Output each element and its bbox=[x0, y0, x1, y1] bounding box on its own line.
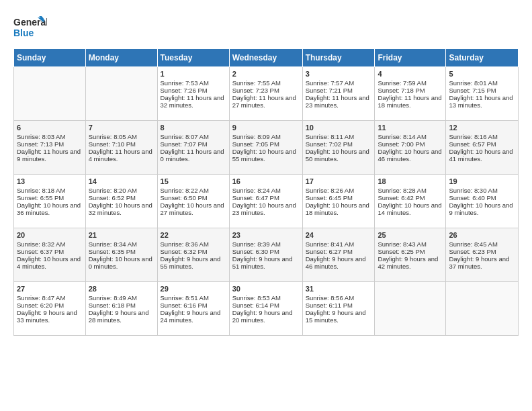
sunset-text: Sunset: 6:37 PM bbox=[17, 248, 83, 255]
sunrise-text: Sunrise: 8:43 AM bbox=[378, 240, 443, 248]
day-cell: 10Sunrise: 8:11 AMSunset: 7:02 PMDayligh… bbox=[302, 121, 375, 175]
sunrise-text: Sunrise: 8:28 AM bbox=[378, 187, 443, 194]
sunrise-text: Sunrise: 8:53 AM bbox=[232, 294, 300, 302]
day-number: 12 bbox=[449, 124, 515, 132]
day-cell: 22Sunrise: 8:36 AMSunset: 6:32 PMDayligh… bbox=[157, 228, 229, 282]
day-number: 28 bbox=[89, 285, 154, 293]
sunrise-text: Sunrise: 8:45 AM bbox=[449, 240, 515, 248]
day-number: 24 bbox=[306, 231, 372, 239]
sunset-text: Sunset: 6:52 PM bbox=[89, 194, 154, 201]
day-number: 19 bbox=[449, 177, 515, 185]
sunset-text: Sunset: 7:15 PM bbox=[449, 87, 515, 94]
day-number: 7 bbox=[89, 124, 154, 132]
daylight-text: Daylight: 10 hours and 46 minutes. bbox=[378, 148, 443, 163]
day-number: 18 bbox=[378, 177, 443, 185]
daylight-text: Daylight: 10 hours and 14 minutes. bbox=[378, 201, 443, 216]
day-number: 4 bbox=[378, 70, 443, 78]
daylight-text: Daylight: 10 hours and 23 minutes. bbox=[232, 201, 300, 216]
day-cell: 16Sunrise: 8:24 AMSunset: 6:47 PMDayligh… bbox=[229, 175, 302, 228]
daylight-text: Daylight: 10 hours and 0 minutes. bbox=[89, 255, 154, 270]
day-number: 17 bbox=[306, 177, 372, 185]
day-number: 8 bbox=[161, 124, 226, 132]
header-day-monday: Monday bbox=[85, 49, 157, 67]
day-number: 13 bbox=[17, 177, 83, 185]
header-day-friday: Friday bbox=[375, 49, 446, 67]
daylight-text: Daylight: 10 hours and 55 minutes. bbox=[232, 148, 300, 163]
daylight-text: Daylight: 9 hours and 15 minutes. bbox=[306, 309, 372, 324]
day-cell bbox=[446, 282, 519, 336]
day-cell: 23Sunrise: 8:39 AMSunset: 6:30 PMDayligh… bbox=[229, 228, 302, 282]
sunrise-text: Sunrise: 8:16 AM bbox=[449, 133, 515, 140]
week-row-2: 13Sunrise: 8:18 AMSunset: 6:55 PMDayligh… bbox=[14, 175, 519, 228]
daylight-text: Daylight: 10 hours and 41 minutes. bbox=[449, 148, 515, 163]
sunrise-text: Sunrise: 8:14 AM bbox=[378, 133, 443, 140]
daylight-text: Daylight: 11 hours and 13 minutes. bbox=[449, 94, 515, 109]
day-cell: 27Sunrise: 8:47 AMSunset: 6:20 PMDayligh… bbox=[14, 282, 86, 336]
sunset-text: Sunset: 6:47 PM bbox=[232, 194, 300, 201]
sunset-text: Sunset: 7:18 PM bbox=[378, 87, 443, 94]
day-cell: 18Sunrise: 8:28 AMSunset: 6:42 PMDayligh… bbox=[375, 175, 446, 228]
day-cell: 7Sunrise: 8:05 AMSunset: 7:10 PMDaylight… bbox=[85, 121, 157, 175]
daylight-text: Daylight: 11 hours and 18 minutes. bbox=[378, 94, 443, 109]
sunrise-text: Sunrise: 8:47 AM bbox=[17, 294, 83, 302]
day-number: 9 bbox=[232, 124, 300, 132]
day-cell: 25Sunrise: 8:43 AMSunset: 6:25 PMDayligh… bbox=[375, 228, 446, 282]
sunset-text: Sunset: 7:07 PM bbox=[161, 140, 226, 148]
sunrise-text: Sunrise: 8:41 AM bbox=[306, 240, 372, 248]
sunrise-text: Sunrise: 8:07 AM bbox=[161, 133, 226, 140]
logo-svg: GeneralBlue bbox=[13, 13, 47, 42]
sunrise-text: Sunrise: 8:05 AM bbox=[89, 133, 154, 140]
day-cell: 8Sunrise: 8:07 AMSunset: 7:07 PMDaylight… bbox=[157, 121, 229, 175]
sunset-text: Sunset: 6:27 PM bbox=[306, 248, 372, 255]
sunrise-text: Sunrise: 8:56 AM bbox=[306, 294, 372, 302]
daylight-text: Daylight: 10 hours and 18 minutes. bbox=[306, 201, 372, 216]
daylight-text: Daylight: 10 hours and 32 minutes. bbox=[89, 201, 154, 216]
header-day-saturday: Saturday bbox=[446, 49, 519, 67]
sunset-text: Sunset: 7:10 PM bbox=[89, 140, 154, 148]
sunrise-text: Sunrise: 7:59 AM bbox=[378, 79, 443, 87]
daylight-text: Daylight: 11 hours and 0 minutes. bbox=[161, 148, 226, 163]
daylight-text: Daylight: 10 hours and 36 minutes. bbox=[17, 201, 83, 216]
daylight-text: Daylight: 9 hours and 28 minutes. bbox=[89, 309, 154, 324]
day-number: 10 bbox=[306, 124, 372, 132]
sunset-text: Sunset: 6:18 PM bbox=[89, 302, 154, 309]
day-number: 5 bbox=[449, 70, 515, 78]
sunset-text: Sunset: 6:16 PM bbox=[161, 302, 226, 309]
sunrise-text: Sunrise: 8:36 AM bbox=[161, 240, 226, 248]
sunset-text: Sunset: 6:50 PM bbox=[161, 194, 226, 201]
day-cell bbox=[14, 67, 86, 121]
day-cell: 6Sunrise: 8:03 AMSunset: 7:13 PMDaylight… bbox=[14, 121, 86, 175]
sunrise-text: Sunrise: 8:11 AM bbox=[306, 133, 372, 140]
day-number: 22 bbox=[161, 231, 226, 239]
sunset-text: Sunset: 6:11 PM bbox=[306, 302, 372, 309]
day-number: 21 bbox=[89, 231, 154, 239]
sunrise-text: Sunrise: 7:55 AM bbox=[232, 79, 300, 87]
day-cell: 28Sunrise: 8:49 AMSunset: 6:18 PMDayligh… bbox=[85, 282, 157, 336]
sunrise-text: Sunrise: 8:09 AM bbox=[232, 133, 300, 140]
day-number: 3 bbox=[306, 70, 372, 78]
sunset-text: Sunset: 6:45 PM bbox=[306, 194, 372, 201]
day-cell: 15Sunrise: 8:22 AMSunset: 6:50 PMDayligh… bbox=[157, 175, 229, 228]
sunset-text: Sunset: 7:13 PM bbox=[17, 140, 83, 148]
sunset-text: Sunset: 7:02 PM bbox=[306, 140, 372, 148]
sunset-text: Sunset: 6:40 PM bbox=[449, 194, 515, 201]
week-row-3: 20Sunrise: 8:32 AMSunset: 6:37 PMDayligh… bbox=[14, 228, 519, 282]
sunset-text: Sunset: 6:23 PM bbox=[449, 248, 515, 255]
daylight-text: Daylight: 9 hours and 42 minutes. bbox=[378, 255, 443, 270]
sunrise-text: Sunrise: 8:30 AM bbox=[449, 187, 515, 194]
page-header: GeneralBlue bbox=[13, 13, 519, 42]
day-cell: 2Sunrise: 7:55 AMSunset: 7:23 PMDaylight… bbox=[229, 67, 302, 121]
sunrise-text: Sunrise: 8:34 AM bbox=[89, 240, 154, 248]
header-row: SundayMondayTuesdayWednesdayThursdayFrid… bbox=[14, 49, 519, 67]
calendar-header: SundayMondayTuesdayWednesdayThursdayFrid… bbox=[14, 49, 519, 67]
daylight-text: Daylight: 11 hours and 9 minutes. bbox=[17, 148, 83, 163]
day-cell: 31Sunrise: 8:56 AMSunset: 6:11 PMDayligh… bbox=[302, 282, 375, 336]
day-number: 23 bbox=[232, 231, 300, 239]
day-number: 26 bbox=[449, 231, 515, 239]
header-day-thursday: Thursday bbox=[302, 49, 375, 67]
day-number: 25 bbox=[378, 231, 443, 239]
svg-text:Blue: Blue bbox=[13, 28, 34, 38]
sunrise-text: Sunrise: 8:22 AM bbox=[161, 187, 226, 194]
daylight-text: Daylight: 11 hours and 23 minutes. bbox=[306, 94, 372, 109]
sunrise-text: Sunrise: 8:18 AM bbox=[17, 187, 83, 194]
